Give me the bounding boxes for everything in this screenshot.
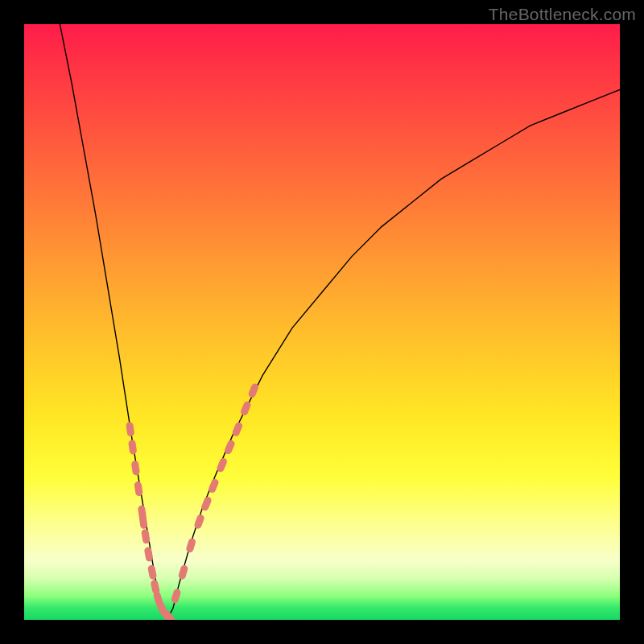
left-beads-bead: [147, 564, 157, 580]
left-beads-bead: [128, 440, 137, 455]
watermark-text: TheBottleneck.com: [489, 5, 636, 24]
right-beads-group: [171, 382, 260, 604]
left-beads-bead: [126, 422, 134, 437]
left-beads-bead: [131, 460, 140, 476]
left-beads-group: [126, 422, 176, 620]
plot-area: [24, 24, 620, 620]
left-beads-bead: [144, 547, 154, 562]
right-beads-bead: [171, 588, 182, 604]
right-beads-bead: [193, 514, 205, 530]
right-beads-bead: [240, 400, 252, 416]
left-beads-bead: [138, 514, 148, 529]
outer-frame: TheBottleneck.com: [0, 0, 644, 644]
chart-svg: [24, 24, 620, 620]
left-beads-bead: [141, 529, 151, 544]
right-beads-bead: [178, 564, 189, 580]
right-beads-bead: [185, 538, 196, 554]
left-beads-bead: [134, 481, 143, 497]
